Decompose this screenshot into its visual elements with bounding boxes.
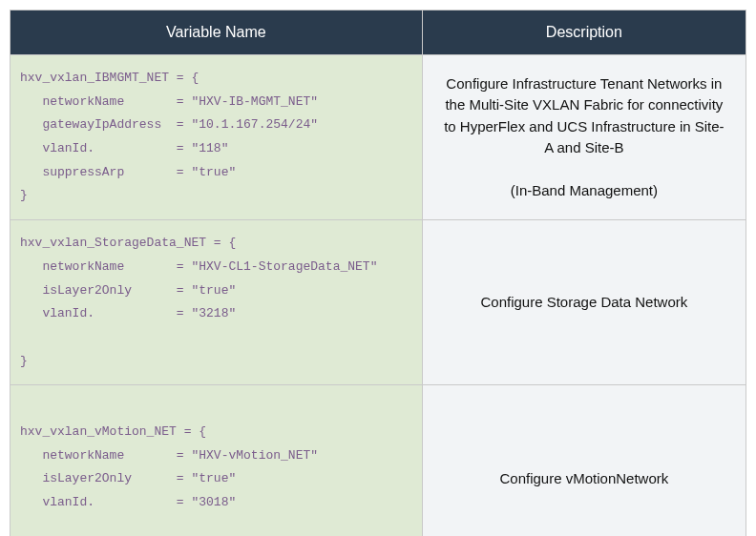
header-variable-name: Variable Name: [10, 10, 423, 55]
table-header-row: Variable Name Description: [10, 10, 746, 55]
table-row: hxv_vxlan_IBMGMT_NET = { networkName = "…: [10, 55, 746, 220]
header-description: Description: [422, 10, 746, 55]
desc-cell-vmotion: Configure vMotionNetwork: [422, 385, 746, 536]
config-table: Variable Name Description hxv_vxlan_IBMG…: [10, 10, 746, 536]
table-row: hxv_vxlan_StorageData_NET = { networkNam…: [10, 220, 746, 385]
desc-cell-ibmgmt: Configure Infrastructure Tenant Networks…: [422, 55, 746, 220]
desc-cell-storagedata: Configure Storage Data Network: [422, 220, 746, 385]
code-cell-storagedata: hxv_vxlan_StorageData_NET = { networkNam…: [10, 220, 423, 385]
code-cell-vmotion: hxv_vxlan_vMotion_NET = { networkName = …: [10, 385, 423, 536]
table-row: hxv_vxlan_vMotion_NET = { networkName = …: [10, 385, 746, 536]
code-cell-ibmgmt: hxv_vxlan_IBMGMT_NET = { networkName = "…: [10, 55, 423, 220]
